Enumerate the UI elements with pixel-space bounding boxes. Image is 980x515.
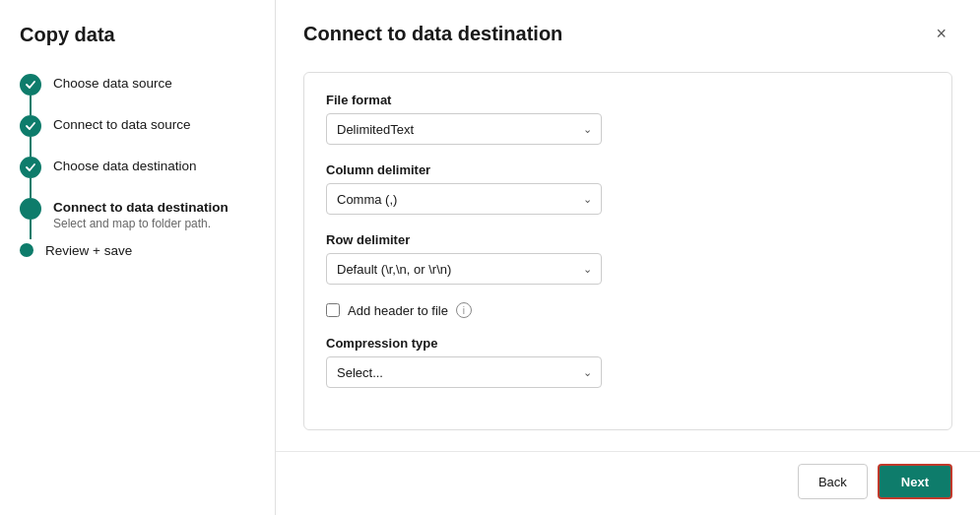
back-button[interactable]: Back [798,464,868,499]
step-content-connect-source: Connect to data source [53,115,191,136]
step-group-connect-dest: Connect to data destination Select and m… [20,198,255,239]
add-header-checkbox[interactable] [326,303,340,317]
step-group-connect-source: Connect to data source [20,115,255,157]
column-delimiter-select[interactable]: Comma (,) Semicolon (;) Tab Pipe (|) [326,183,602,215]
row-delimiter-label: Row delimiter [326,232,930,247]
step-icon-choose-dest [20,157,41,178]
step-label-connect-dest: Connect to data destination [53,200,229,215]
step-line-4 [30,220,32,239]
dialog-footer: Back Next [276,451,980,515]
step-icon-connect-source [20,115,41,137]
step-list: Choose data source [20,74,255,262]
compression-type-group: Compression type Select... None GZip Def… [326,336,930,388]
file-format-label: File format [326,93,930,107]
step-and-line-2 [20,115,41,157]
step-content-choose-dest: Choose data destination [53,157,197,177]
step-row-connect-dest: Connect to data destination Select and m… [20,198,255,239]
step-icon-connect-dest [20,198,41,220]
step-icon-review [20,243,33,257]
add-header-row: Add header to file i [326,302,930,318]
sidebar: Copy data Choose data source [0,0,276,515]
dialog-body: File format DelimitedText CSV JSON Parqu… [276,64,980,451]
file-format-group: File format DelimitedText CSV JSON Parqu… [326,93,930,145]
step-and-line-3 [20,157,41,198]
next-button[interactable]: Next [878,464,952,499]
step-row-connect-source: Connect to data source [20,115,255,157]
step-line-2 [30,137,32,157]
step-sublabel-connect-dest: Select and map to folder path. [53,217,229,230]
compression-type-select-wrapper: Select... None GZip Deflate BZip2 ZipDef… [326,356,602,388]
step-row-choose-dest: Choose data destination [20,157,255,198]
close-button[interactable]: × [930,20,952,48]
form-card: File format DelimitedText CSV JSON Parqu… [303,72,952,430]
step-row-choose-source: Choose data source [20,74,255,115]
step-line-3 [30,178,32,198]
step-label-choose-dest: Choose data destination [53,159,197,173]
main-content: Connect to data destination × File forma… [276,0,980,515]
column-delimiter-select-wrapper: Comma (,) Semicolon (;) Tab Pipe (|) ⌄ [326,183,602,215]
step-group-choose-dest: Choose data destination [20,157,255,198]
file-format-select-wrapper: DelimitedText CSV JSON Parquet ⌄ [326,113,602,145]
step-label-choose-source: Choose data source [53,76,172,91]
step-icon-choose-source [20,74,41,96]
dialog-header: Connect to data destination × [276,0,980,64]
column-delimiter-group: Column delimiter Comma (,) Semicolon (;)… [326,162,930,215]
file-format-select[interactable]: DelimitedText CSV JSON Parquet [326,113,602,145]
row-delimiter-group: Row delimiter Default (\r,\n, or \r\n) \… [326,232,930,285]
modal-wrapper: Copy data Choose data source [0,0,980,515]
row-delimiter-select-wrapper: Default (\r,\n, or \r\n) \r\n \n \r ⌄ [326,253,602,285]
step-row-review: Review + save [20,239,255,262]
row-delimiter-select[interactable]: Default (\r,\n, or \r\n) \r\n \n \r [326,253,602,285]
add-header-label: Add header to file [348,303,448,318]
dialog-title: Connect to data destination [303,23,562,45]
step-and-line-5 [20,239,33,261]
add-header-info-icon[interactable]: i [456,302,472,318]
column-delimiter-label: Column delimiter [326,162,930,177]
step-content-choose-source: Choose data source [53,74,172,95]
compression-type-label: Compression type [326,336,930,351]
sidebar-title: Copy data [20,24,255,46]
step-content-connect-dest: Connect to data destination Select and m… [53,198,229,234]
compression-type-select[interactable]: Select... None GZip Deflate BZip2 ZipDef… [326,356,602,388]
step-and-line-1 [20,74,41,115]
step-line-1 [30,96,32,115]
step-and-line-4 [20,198,41,239]
step-label-review: Review + save [45,243,132,258]
step-group-choose-source: Choose data source [20,74,255,115]
step-content-review: Review + save [45,239,132,262]
step-label-connect-source: Connect to data source [53,117,191,132]
step-group-review: Review + save [20,239,255,262]
